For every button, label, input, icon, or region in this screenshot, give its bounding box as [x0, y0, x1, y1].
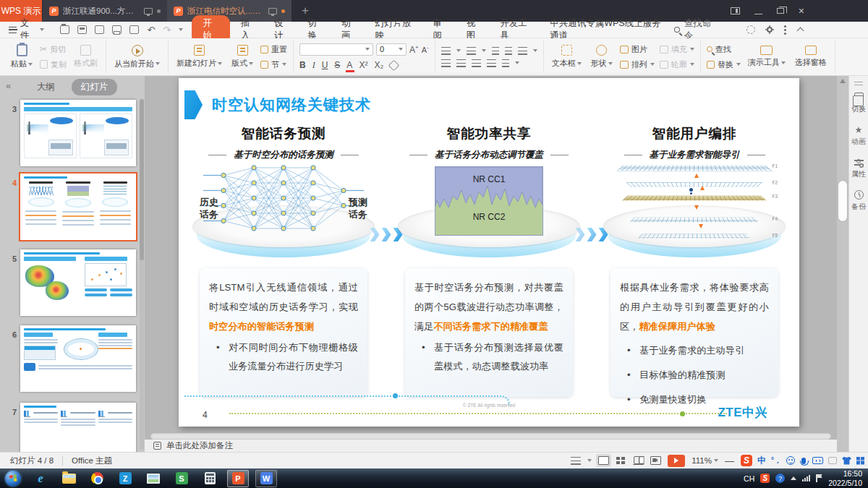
theme-name[interactable]: Office 主题: [72, 455, 112, 466]
slide-thumbnail-6[interactable]: [20, 325, 136, 392]
underline-button[interactable]: U: [322, 60, 328, 70]
cut-button[interactable]: ✂剪切: [40, 44, 67, 55]
line-spacing-icon[interactable]: [502, 59, 509, 67]
taskbar-image-viewer[interactable]: [142, 470, 164, 487]
column-subtitle[interactable]: 基于业务需求智能导引: [650, 149, 740, 161]
present-tools-button[interactable]: 演示工具: [746, 46, 788, 68]
tray-sogou-icon[interactable]: S: [760, 474, 770, 483]
slideshow-play-button[interactable]: [668, 455, 685, 467]
notes-toggle-icon[interactable]: [571, 457, 581, 465]
slide-thumbnail-3[interactable]: [20, 100, 136, 166]
emoji-icon[interactable]: [786, 456, 795, 465]
font-name-combo[interactable]: [299, 43, 373, 56]
clear-format-icon[interactable]: [388, 59, 400, 71]
redo-icon[interactable]: ↷: [163, 25, 171, 35]
column-heading[interactable]: 智能话务预测: [197, 124, 370, 142]
taskbar-explorer[interactable]: [58, 470, 80, 487]
taskbar-z-app[interactable]: Z: [114, 470, 136, 487]
font-color-button[interactable]: A: [346, 60, 352, 70]
column-heading[interactable]: 智能用户编排: [608, 124, 780, 142]
slide-thumbnail-7[interactable]: [20, 403, 136, 452]
vertical-scrollbar[interactable]: [837, 76, 848, 452]
taskbar-chrome[interactable]: [86, 470, 108, 487]
selection-pane-button[interactable]: 选择窗格: [793, 46, 829, 68]
avatar-icon[interactable]: [746, 25, 755, 34]
normal-view-icon[interactable]: [598, 456, 609, 465]
indent-decrease-icon[interactable]: [492, 47, 499, 55]
sidebar-item-backup[interactable]: 备份: [851, 190, 866, 212]
customize-caret-icon[interactable]: [179, 28, 183, 31]
indent-increase-icon[interactable]: [505, 47, 512, 55]
keyboard-icon[interactable]: [812, 457, 823, 464]
horizontal-scrollbar[interactable]: [150, 433, 831, 440]
taskbar-wps-sheets[interactable]: S: [171, 470, 192, 487]
handwriting-icon[interactable]: [828, 457, 837, 464]
sogou-icon[interactable]: S: [741, 455, 752, 466]
find-button[interactable]: 查找: [707, 44, 741, 55]
ime-punct-toggle[interactable]: °，: [771, 455, 781, 466]
format-painter-button[interactable]: 格式刷: [72, 45, 100, 69]
text-direction-icon[interactable]: [518, 47, 527, 55]
sidebar-item-animation[interactable]: 动画: [851, 125, 866, 147]
document-tab-1[interactable]: P 浙江联通900...方案-区县分析: [43, 0, 167, 22]
sidebar-item-transition[interactable]: 切换: [851, 93, 866, 114]
share-screen-icon[interactable]: [268, 8, 277, 14]
slide-sorter-icon[interactable]: [616, 456, 626, 465]
output-icon[interactable]: [95, 25, 104, 34]
grow-font-button[interactable]: A+: [409, 44, 419, 55]
more-icon[interactable]: [784, 29, 786, 31]
text-card[interactable]: 根据具体业务需求，将体验要求高的用户主动导引到覆盖更好的小区，精准保障用户体验 …: [610, 268, 778, 397]
justify-icon[interactable]: [487, 59, 496, 67]
slide-thumbnail-5[interactable]: [20, 249, 136, 316]
sidebar-handle[interactable]: [854, 82, 863, 85]
tab-outline[interactable]: 大纲: [27, 79, 64, 95]
section-button[interactable]: 节: [260, 59, 287, 70]
replace-button[interactable]: 替换: [707, 59, 741, 70]
shapes-button[interactable]: 形状: [589, 45, 615, 69]
text-card[interactable]: 基于时空话务分布预测，对共覆盖的两个5G载波进行动态功率调整，满足不同话务需求下…: [405, 268, 573, 397]
reset-button[interactable]: 重置: [260, 44, 287, 55]
taskbar-wps-writer[interactable]: W: [255, 470, 277, 487]
panel-scrollbar[interactable]: [140, 99, 144, 450]
subscript-button[interactable]: X₂: [374, 60, 383, 70]
collapse-panel-button[interactable]: «: [6, 80, 11, 91]
bold-button[interactable]: B: [299, 60, 306, 70]
gear-icon[interactable]: [767, 27, 773, 33]
scroll-up-icon[interactable]: [840, 79, 846, 83]
layout-panes-icon[interactable]: [731, 7, 740, 14]
slide-canvas[interactable]: 时空认知网络关键技术 智能话务预测 基于时空分布的话务预测 历史 话务 预测 话…: [179, 78, 799, 427]
start-button[interactable]: [5, 471, 21, 487]
column-subtitle[interactable]: 基于时空分布的话务预测: [234, 149, 333, 161]
picture-button[interactable]: 图片: [620, 44, 655, 55]
shrink-font-button[interactable]: A-: [422, 44, 429, 54]
column-power-sharing[interactable]: 智能功率共享 基于话务分布动态调节覆盖 NR CC1 NR CC2 基于时空话务…: [403, 121, 575, 397]
record-icon[interactable]: [650, 456, 661, 465]
carrier-power-graphic[interactable]: NR CC1 NR CC2: [403, 163, 575, 260]
strike-button[interactable]: S: [334, 60, 340, 70]
play-from-current-button[interactable]: 从当前开始: [112, 45, 162, 69]
sidebar-item-properties[interactable]: 属性: [851, 158, 866, 179]
copy-button[interactable]: 复制: [40, 59, 67, 70]
outline-button[interactable]: 轮廓: [660, 59, 694, 70]
text-box-button[interactable]: 文本框: [550, 45, 584, 69]
zoom-out-button[interactable]: —: [725, 455, 734, 466]
number-list-icon[interactable]: [467, 47, 476, 55]
slide-title[interactable]: 时空认知网络关键技术: [212, 95, 371, 115]
reading-view-icon[interactable]: [633, 456, 644, 465]
save-icon[interactable]: [77, 25, 87, 34]
notes-bar[interactable]: 单击此处添加备注: [145, 440, 837, 452]
scrollbar-thumb[interactable]: [838, 181, 847, 221]
fill-button[interactable]: 填充: [660, 44, 694, 55]
column-user-orchestration[interactable]: 智能用户编排 基于业务需求智能导引 F1 F2 F3 F4 F5: [608, 121, 780, 397]
column-traffic-prediction[interactable]: 智能话务预测 基于时空分布的话务预测 历史 话务 预测 话务 将LSTM引入无线…: [197, 121, 370, 397]
layout-button[interactable]: 版式: [229, 45, 255, 69]
align-right-icon[interactable]: [472, 59, 481, 67]
network-icon[interactable]: [802, 475, 810, 481]
column-heading[interactable]: 智能功率共享: [403, 124, 575, 142]
bullet-list-icon[interactable]: [441, 47, 451, 55]
preview-icon[interactable]: [129, 25, 139, 34]
tray-language[interactable]: CH: [744, 474, 754, 483]
toolbox-icon[interactable]: [856, 457, 864, 465]
taskbar-wps-presentation-active[interactable]: P: [227, 470, 249, 487]
mic-icon[interactable]: [801, 458, 806, 464]
